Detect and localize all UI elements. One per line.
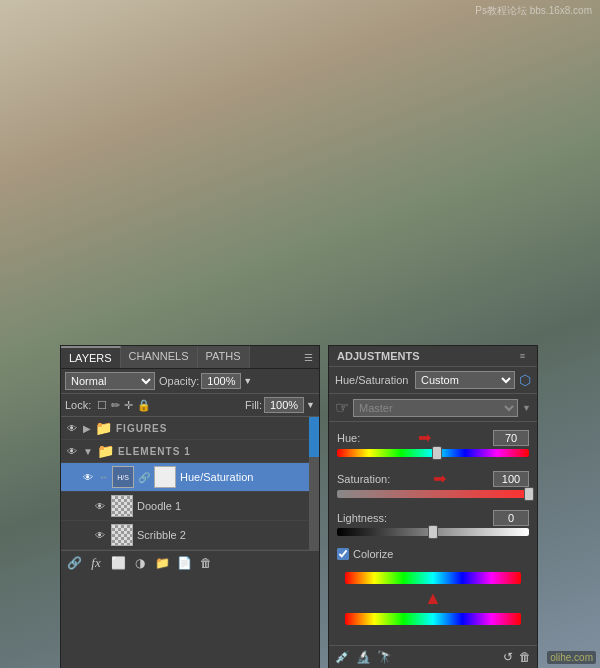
link-tool-icon[interactable]: 🔗 [65, 554, 83, 572]
eyedropper-icon[interactable]: 💉 [335, 650, 350, 664]
strip-arrow-icon: ▲ [424, 588, 442, 608]
eye-icon-hue[interactable]: 👁 [81, 470, 95, 484]
chain-hue: 🔗 [138, 472, 150, 483]
eye-icon-elements[interactable]: 👁 [65, 444, 79, 458]
adjustments-panel: ADJUSTMENTS ≡ Hue/Saturation Custom ⬡ ☞ … [328, 345, 538, 668]
hue-slider-track[interactable] [337, 449, 529, 457]
expand-icon-figures[interactable]: ▶ [83, 423, 91, 434]
lock-transparent-icon[interactable]: ☐ [97, 399, 107, 412]
link-icon-hue: ↔ [99, 472, 108, 482]
saturation-label-row: Saturation: ➡ [337, 469, 529, 488]
layers-panel-menu[interactable]: ☰ [298, 350, 319, 365]
lock-position-icon[interactable]: ✛ [124, 399, 133, 412]
layers-panel: LAYERS CHANNELS PATHS ☰ Normal Opacity: … [60, 345, 320, 668]
scrollbar-thumb[interactable] [309, 417, 319, 457]
eye-icon-doodle[interactable]: 👁 [93, 499, 107, 513]
saturation-gradient [337, 490, 529, 498]
adj-type-row: Hue/Saturation Custom ⬡ [329, 367, 537, 394]
color-strips-container: ▲ [329, 566, 537, 637]
tab-group: LAYERS CHANNELS PATHS [61, 346, 298, 368]
blend-mode-select[interactable]: Normal [65, 372, 155, 390]
layer-group-figures[interactable]: 👁 ▶ 📁 FIGURES [61, 417, 319, 440]
layer-item-scribble[interactable]: 👁 Scribble 2 [61, 521, 319, 550]
watermark-top: Ps教程论坛 bbs.16x8.com [475, 4, 592, 18]
lightness-slider-row: Lightness: [329, 504, 537, 542]
lightness-thumb[interactable] [428, 525, 438, 539]
saturation-slider-track[interactable] [337, 490, 529, 498]
layer-group-elements[interactable]: 👁 ▼ 📁 ELEMENTS 1 [61, 440, 319, 463]
hue-arrow-icon: ➡ [418, 428, 431, 447]
hue-thumb[interactable] [432, 446, 442, 460]
saturation-value-input[interactable] [493, 471, 529, 487]
layer-name-elements: ELEMENTS 1 [118, 446, 315, 457]
adjustments-header: ADJUSTMENTS ≡ [329, 346, 537, 367]
tab-paths[interactable]: PATHS [198, 346, 250, 368]
adj-hand-row: ☞ Master ▼ [329, 394, 537, 422]
strip-arrow-row: ▲ [337, 588, 529, 609]
adj-preset-select[interactable]: Custom [415, 371, 515, 389]
channel-select[interactable]: Master [353, 399, 518, 417]
reset-icon[interactable]: ↺ [503, 650, 513, 664]
tab-layers[interactable]: LAYERS [61, 346, 121, 368]
adjustment-icon[interactable]: ◑ [131, 554, 149, 572]
layer-name-hue: Hue/Saturation [180, 471, 315, 483]
thumb-hue-mask [154, 466, 176, 488]
watermark-bottom: olihe.com [547, 651, 596, 664]
thumb-hue: H/S [112, 466, 134, 488]
delete-icon[interactable]: 🗑 [197, 554, 215, 572]
adj-type-label: Hue/Saturation [335, 374, 411, 386]
folder-icon-elements: 📁 [97, 443, 114, 459]
color-strip-top [345, 572, 521, 584]
lock-icons: ☐ ✏ ✛ 🔒 [97, 399, 151, 412]
layers-tab-bar: LAYERS CHANNELS PATHS ☰ [61, 346, 319, 369]
lightness-value-input[interactable] [493, 510, 529, 526]
eye-icon-scribble[interactable]: 👁 [93, 528, 107, 542]
hue-value-input[interactable] [493, 430, 529, 446]
hand-tool-icon[interactable]: ☞ [335, 398, 349, 417]
eyedropper-minus-icon[interactable]: 🔭 [377, 650, 392, 664]
lightness-slider-track[interactable] [337, 528, 529, 536]
expand-icon-elements[interactable]: ▼ [83, 446, 93, 457]
hue-label: Hue: [337, 432, 360, 444]
eye-icon-figures[interactable]: 👁 [65, 421, 79, 435]
thumb-doodle [111, 495, 133, 517]
layer-name-scribble: Scribble 2 [137, 529, 315, 541]
colorize-label: Colorize [353, 548, 393, 560]
saturation-thumb[interactable] [524, 487, 534, 501]
new-layer-icon[interactable]: 📄 [175, 554, 193, 572]
layers-list: 👁 ▶ 📁 FIGURES 👁 ▼ 📁 ELEMENTS 1 👁 ↔ H/S 🔗… [61, 417, 319, 550]
mask-icon[interactable]: ⬜ [109, 554, 127, 572]
tab-channels[interactable]: CHANNELS [121, 346, 198, 368]
blend-opacity-row: Normal Opacity: ▼ [61, 369, 319, 394]
panels-container: LAYERS CHANNELS PATHS ☰ Normal Opacity: … [60, 345, 538, 668]
opacity-label: Opacity: [159, 375, 199, 387]
layers-toolbar: 🔗 fx ⬜ ◑ 📁 📄 🗑 [61, 550, 319, 575]
layers-scrollbar[interactable] [309, 417, 319, 550]
lock-all-icon[interactable]: 🔒 [137, 399, 151, 412]
fill-control: Fill: ▼ [245, 397, 315, 413]
fx-icon[interactable]: fx [87, 554, 105, 572]
lightness-label: Lightness: [337, 512, 387, 524]
delete-adj-icon[interactable]: 🗑 [519, 650, 531, 664]
colorize-checkbox[interactable] [337, 548, 349, 560]
colorize-row: Colorize [329, 542, 537, 566]
group-icon[interactable]: 📁 [153, 554, 171, 572]
fill-arrow[interactable]: ▼ [306, 400, 315, 410]
saturation-slider-row: Saturation: ➡ [329, 463, 537, 504]
lock-fill-row: Lock: ☐ ✏ ✛ 🔒 Fill: ▼ [61, 394, 319, 417]
opacity-arrow[interactable]: ▼ [243, 376, 252, 386]
adj-preset-arrow[interactable]: ⬡ [519, 372, 531, 388]
channel-arrow[interactable]: ▼ [522, 403, 531, 413]
eyedropper-plus-icon[interactable]: 🔬 [356, 650, 371, 664]
opacity-input[interactable] [201, 373, 241, 389]
opacity-control: Opacity: ▼ [159, 373, 252, 389]
adjustments-title: ADJUSTMENTS [337, 350, 420, 362]
lock-pixels-icon[interactable]: ✏ [111, 399, 120, 412]
layer-name-doodle: Doodle 1 [137, 500, 315, 512]
fill-input[interactable] [264, 397, 304, 413]
collapse-btn[interactable]: ≡ [516, 351, 529, 361]
layer-item-doodle[interactable]: 👁 Doodle 1 [61, 492, 319, 521]
color-strip-bottom [345, 613, 521, 625]
saturation-label: Saturation: [337, 473, 390, 485]
layer-item-huesaturation[interactable]: 👁 ↔ H/S 🔗 Hue/Saturation [61, 463, 319, 492]
